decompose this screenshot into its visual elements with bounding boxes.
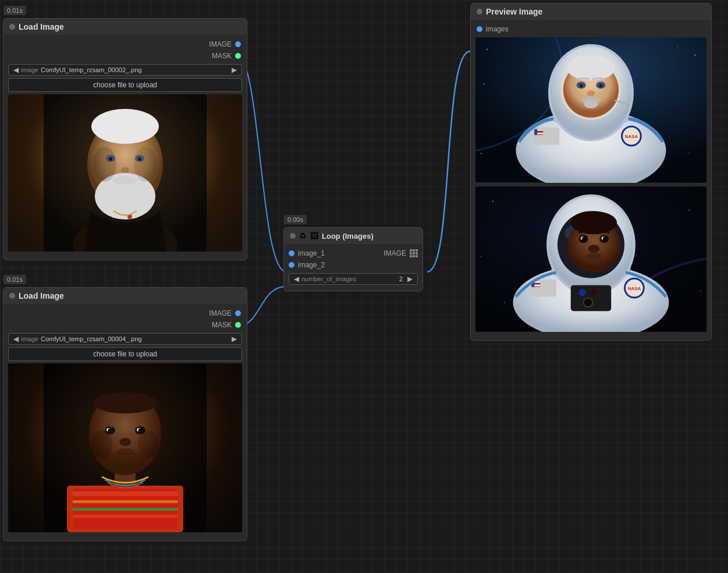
svg-point-97 (588, 245, 600, 253)
preview-astronaut2-svg: NASA (475, 186, 706, 332)
loop-node: 0.00s ♻ 🖼 Loop (Images) image_1 IMAGE (283, 227, 423, 291)
node2-image-label: IMAGE (209, 309, 232, 317)
svg-point-43 (484, 83, 485, 84)
node2-timer: 0.01s (3, 275, 26, 284)
node2-body: IMAGE MASK ◀ image ComfyUI_temp_rzsam_00… (3, 304, 247, 540)
node2-status-dot (9, 293, 15, 299)
loop-num-next-button[interactable]: ▶ (405, 275, 415, 283)
svg-point-67 (584, 100, 598, 108)
node2-image-port-row: IMAGE (3, 307, 247, 319)
svg-point-103 (584, 298, 593, 307)
svg-rect-20 (73, 491, 177, 496)
loop-image2-port-dot (289, 262, 294, 268)
node2-image-port-dot (235, 310, 241, 316)
node1-mask-label: MASK (212, 52, 232, 60)
loop-num-value: 2 (399, 275, 403, 282)
svg-point-70 (492, 201, 493, 202)
node1-next-image-button[interactable]: ▶ (229, 66, 239, 74)
preview-images-label: images (486, 25, 509, 33)
svg-text:NASA: NASA (628, 286, 641, 291)
node1-image-label-text: image (21, 66, 38, 73)
svg-point-44 (688, 153, 690, 154)
node2-mask-label: MASK (212, 321, 232, 329)
svg-rect-52 (534, 129, 537, 135)
load-image-node-1: 0.01s Load Image IMAGE MASK ◀ image Comf… (3, 18, 247, 260)
svg-point-96 (603, 237, 607, 241)
loop-recycle-icon: ♻ (299, 231, 307, 240)
node2-portrait (8, 363, 242, 532)
loop-num-stepper: ◀ number_of_images 2 ▶ (289, 273, 418, 285)
node2-mask-port-dot (235, 322, 241, 328)
svg-point-64 (599, 84, 602, 87)
loop-image2-row: image_2 (284, 259, 422, 271)
loop-status-dot (290, 233, 296, 239)
loop-num-prev-button[interactable]: ◀ (292, 275, 301, 283)
svg-text:NASA: NASA (625, 134, 638, 139)
node1-image-port-dot (235, 41, 241, 47)
svg-rect-22 (73, 508, 177, 511)
node2-image-filename: ComfyUI_temp_rzsam_00004_.png (41, 335, 229, 342)
svg-point-60 (567, 55, 615, 81)
node1-image-port-row: IMAGE (3, 38, 247, 50)
svg-point-90 (571, 211, 617, 235)
svg-point-95 (582, 237, 586, 241)
svg-point-40 (486, 49, 488, 50)
node2-portrait-svg (8, 363, 242, 532)
svg-point-38 (96, 452, 154, 466)
load-image-node-2: 0.01s Load Image IMAGE MASK ◀ image Comf… (3, 287, 247, 541)
svg-point-42 (677, 46, 679, 47)
preview-images-port-dot (477, 26, 482, 32)
node1-title: Load Image (19, 22, 241, 31)
node2-image-label-text: image (21, 335, 38, 342)
loop-image-output-row: IMAGE (383, 249, 418, 257)
svg-point-12 (121, 167, 129, 173)
node2-mask-port-row: MASK (3, 319, 247, 331)
preview-astronaut1-svg: NASA (475, 37, 706, 183)
loop-image1-label: image_1 (298, 249, 325, 257)
preview-body: images (471, 20, 711, 340)
node2-image-selector: ◀ image ComfyUI_temp_rzsam_00004_.png ▶ (8, 333, 242, 345)
svg-point-71 (688, 210, 690, 211)
preview-astronaut-2: NASA (475, 186, 706, 332)
loop-grid-icon: 🖼 (310, 231, 318, 240)
svg-point-72 (481, 256, 482, 257)
svg-point-27 (93, 392, 157, 413)
loop-image1-left: image_1 (289, 249, 383, 257)
svg-point-63 (580, 84, 583, 87)
node2-image-preview (8, 363, 242, 532)
svg-point-98 (586, 253, 602, 260)
loop-image2-left: image_2 (289, 261, 418, 269)
loop-timer: 0.00s (284, 215, 307, 224)
node1-prev-image-button[interactable]: ◀ (11, 66, 21, 74)
preview-header: Preview Image (471, 3, 711, 20)
preview-images-port-row: images (471, 23, 711, 35)
svg-point-16 (134, 147, 157, 182)
svg-rect-100 (571, 285, 611, 312)
svg-point-33 (139, 429, 143, 433)
loop-header: ♻ 🖼 Loop (Images) (284, 228, 422, 244)
svg-point-6 (91, 109, 159, 144)
node1-mask-port-row: MASK (3, 50, 247, 62)
svg-rect-21 (73, 500, 177, 503)
node1-image-label: IMAGE (209, 40, 232, 48)
node1-timer: 0.01s (3, 6, 26, 15)
svg-point-74 (504, 302, 505, 303)
loop-output-grid-icon (410, 249, 418, 257)
svg-point-101 (579, 289, 586, 296)
loop-image-output-label: IMAGE (383, 249, 406, 257)
svg-point-41 (694, 55, 695, 56)
svg-rect-23 (73, 515, 177, 518)
loop-image1-port-dot (289, 250, 294, 256)
node1-upload-button[interactable]: choose file to upload (8, 78, 242, 92)
node2-next-image-button[interactable]: ▶ (229, 335, 239, 343)
svg-point-32 (108, 429, 112, 433)
svg-point-65 (587, 90, 595, 96)
svg-point-102 (591, 289, 598, 296)
node2-header: Load Image (3, 288, 247, 304)
node1-body: IMAGE MASK ◀ image ComfyUI_temp_rzsam_00… (3, 35, 247, 260)
preview-image-node: 0.39s Preview Image images (470, 3, 712, 341)
node2-upload-button[interactable]: choose file to upload (8, 347, 242, 361)
node2-prev-image-button[interactable]: ◀ (11, 335, 21, 343)
preview-astronaut-1: NASA (475, 37, 706, 183)
node2-title: Load Image (19, 291, 241, 300)
